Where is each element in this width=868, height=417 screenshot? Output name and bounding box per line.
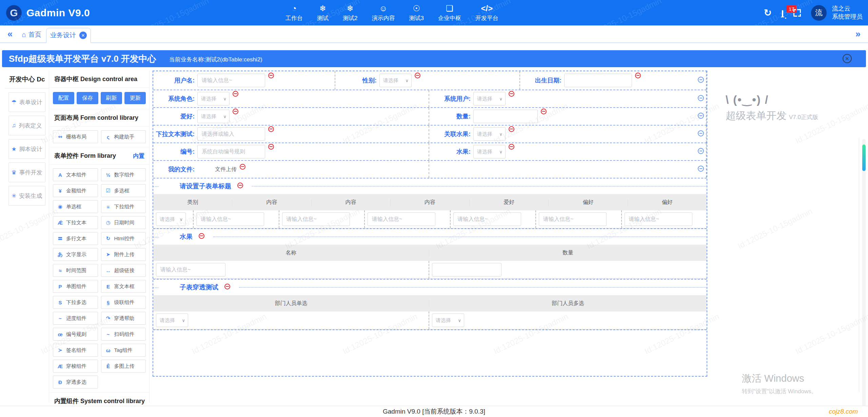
widget-item[interactable]: ≡ 下拉组件: [101, 200, 146, 213]
widget-item[interactable]: 〓 多行文本: [53, 232, 98, 245]
builtin-link[interactable]: 内置: [133, 152, 144, 160]
tab-home[interactable]: ⌂ 首页: [22, 30, 41, 39]
widget-item[interactable]: Ǽ 下拉文本: [53, 216, 98, 229]
nav-item[interactable]: ❏ 企业中枢: [438, 3, 461, 22]
remove-field-icon[interactable]: [240, 164, 245, 170]
collapse-tabs-icon[interactable]: «: [7, 29, 13, 39]
remove-row-icon[interactable]: [698, 148, 704, 154]
remove-row-icon[interactable]: [698, 95, 704, 101]
file-upload-button[interactable]: 文件上传: [215, 166, 237, 173]
tab-business-design[interactable]: 业务设计 ✕: [46, 28, 91, 43]
widget-item[interactable]: œ 编号规则: [53, 328, 98, 341]
widget-item[interactable]: ≻ 签名组件: [53, 344, 98, 357]
design-action-button[interactable]: 刷新: [101, 92, 122, 104]
nav-item[interactable]: </> 开发平台: [475, 3, 498, 22]
notifications-button[interactable]: 17: [782, 11, 783, 17]
design-action-button[interactable]: 更新: [124, 92, 146, 104]
nav-item[interactable]: ◔ 工作台: [285, 3, 303, 22]
remove-field-icon[interactable]: [509, 91, 514, 97]
fruit-select[interactable]: 请选择: [473, 145, 506, 158]
widget-item[interactable]: ~ 扫码组件: [101, 328, 146, 341]
widget-item[interactable]: Ê 多图上传: [101, 360, 146, 373]
nav-item[interactable]: ☺ 演示内容: [372, 3, 395, 22]
remove-field-icon[interactable]: [509, 144, 514, 150]
remove-field-icon[interactable]: [233, 91, 238, 97]
avatar[interactable]: 流: [811, 5, 827, 21]
sidebar-item[interactable]: ✳ 安装生成: [8, 186, 45, 206]
remove-field-icon[interactable]: [415, 73, 420, 78]
fruit-qty-input[interactable]: [432, 263, 501, 277]
banner-close-icon[interactable]: ✕: [843, 54, 852, 63]
remove-row-icon[interactable]: [698, 166, 704, 172]
widget-item[interactable]: あ 文字显示: [53, 248, 98, 261]
widget-item[interactable]: ◉ 单选框: [53, 200, 98, 213]
birthdate-input[interactable]: [564, 74, 632, 87]
username-input[interactable]: 请输入信息~: [197, 74, 265, 87]
remove-field-icon[interactable]: [541, 109, 547, 114]
dept-single-select[interactable]: 请选择: [156, 314, 188, 327]
subform-title[interactable]: 子表穿透测试: [180, 283, 218, 292]
widget-item[interactable]: ¥ 金额组件: [53, 184, 98, 197]
fruit-name-input[interactable]: 请输入信息~: [156, 263, 225, 277]
tab-close-icon[interactable]: ✕: [79, 32, 87, 39]
remove-subform-icon[interactable]: [224, 284, 230, 289]
design-action-button[interactable]: 配置: [53, 92, 74, 104]
scrollbar[interactable]: [862, 139, 866, 417]
widget-item[interactable]: ω Tag组件: [101, 344, 146, 357]
widget-item[interactable]: ☑ 多选框: [101, 184, 146, 197]
gender-select[interactable]: 请选择: [379, 74, 412, 87]
content-input[interactable]: 请输入信息~: [539, 212, 607, 226]
widget-item[interactable]: § 级联组件: [101, 296, 146, 309]
sidebar-item[interactable]: ☂ 表单设计: [8, 92, 45, 112]
nav-item[interactable]: ☉ 测试3: [409, 3, 423, 22]
remove-field-icon[interactable]: [268, 126, 274, 132]
remove-subform-icon[interactable]: [237, 183, 243, 188]
remove-field-icon[interactable]: [635, 73, 641, 78]
fullscreen-icon[interactable]: [793, 9, 801, 17]
widget-item[interactable]: ↻ Html控件: [101, 232, 146, 245]
content-input[interactable]: 请输入信息~: [368, 212, 435, 226]
widget-item[interactable]: ~ 进度组件: [53, 312, 98, 325]
hobby-select[interactable]: 请选择: [197, 110, 230, 123]
widget-item[interactable]: E 富文本框: [101, 280, 146, 293]
remove-subform-icon[interactable]: [199, 233, 204, 239]
serial-number-input[interactable]: 系统自动编号规则: [197, 145, 265, 158]
remove-field-icon[interactable]: [268, 144, 274, 150]
content-input[interactable]: 请输入信息~: [196, 212, 264, 226]
remove-row-icon[interactable]: [698, 113, 704, 119]
remove-row-icon[interactable]: [698, 130, 704, 136]
widget-item[interactable]: ς 构建助手: [101, 130, 146, 143]
widget-item[interactable]: Æ 穿梭组件: [53, 360, 98, 373]
widget-item[interactable]: S 下拉多选: [53, 296, 98, 309]
subform-title[interactable]: 请设置子表单标题: [180, 182, 231, 191]
nav-item[interactable]: ❄ 测试2: [343, 3, 357, 22]
scrollbar-thumb[interactable]: [862, 145, 866, 171]
dropdown-text-input[interactable]: 请选择或输入: [197, 127, 265, 141]
widget-item[interactable]: ½ 数字组件: [101, 168, 146, 181]
subform-title[interactable]: 水果: [180, 232, 193, 241]
dept-multi-select[interactable]: 请选择: [432, 314, 464, 327]
remove-field-icon[interactable]: [233, 109, 238, 114]
related-fruit-select[interactable]: 请选择: [473, 127, 506, 141]
sidebar-item[interactable]: ♛ 事件开发: [8, 163, 45, 182]
quantity-input[interactable]: [473, 110, 538, 123]
widget-item[interactable]: ↭ 栅格布局: [53, 130, 98, 143]
widget-item[interactable]: ◷ 日期时间: [101, 216, 146, 229]
user-info[interactable]: 流之云 系统管理员: [832, 5, 863, 21]
content-input[interactable]: 请输入信息~: [453, 212, 521, 226]
refresh-icon[interactable]: ↻: [764, 7, 772, 18]
remove-field-icon[interactable]: [268, 73, 274, 78]
remove-field-icon[interactable]: [509, 126, 514, 132]
widget-item[interactable]: A 文本组件: [53, 168, 98, 181]
app-logo[interactable]: G: [6, 5, 22, 21]
system-role-select[interactable]: 请选择: [197, 92, 230, 106]
widget-item[interactable]: ≈ 时间范围: [53, 264, 98, 277]
design-action-button[interactable]: 保存: [77, 92, 98, 104]
system-user-select[interactable]: 请选择: [473, 92, 506, 106]
nav-item[interactable]: ❄ 测试: [317, 3, 329, 22]
sidebar-item[interactable]: ♫ 列表定义: [8, 116, 45, 135]
content-input[interactable]: 请输入信息~: [282, 212, 350, 226]
widget-item[interactable]: P 单图组件: [53, 280, 98, 293]
widget-item[interactable]: Đ 穿透多选: [53, 376, 98, 388]
remove-row-icon[interactable]: [698, 77, 704, 83]
